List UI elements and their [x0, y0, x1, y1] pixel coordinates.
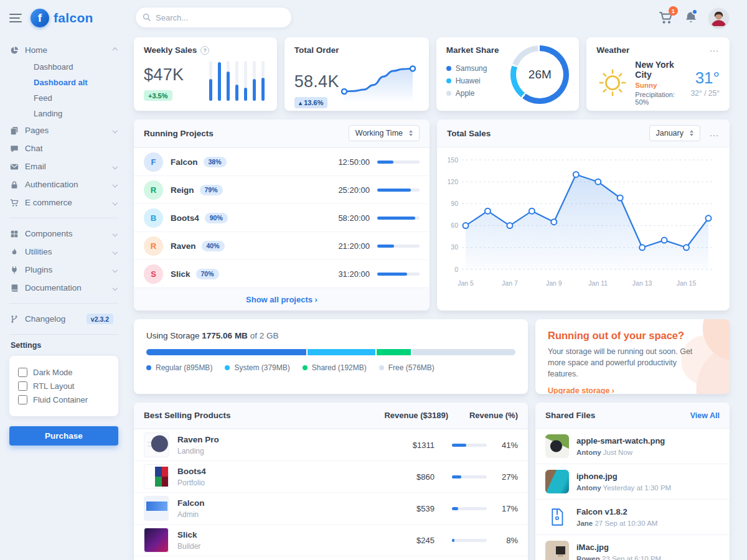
project-row-raven[interactable]: RRaven40%21:20:00 — [134, 231, 430, 259]
sidebar-item-home[interactable]: Home — [9, 41, 118, 59]
sidebar-item-dashboard[interactable]: Dashboard — [9, 59, 118, 75]
project-name: Raven — [171, 241, 196, 251]
cart-icon — [9, 198, 19, 207]
documentation-icon — [9, 284, 19, 292]
project-time: 25:20:00 — [338, 185, 370, 195]
notifications-button[interactable] — [684, 11, 698, 24]
product-revenue: $1311 — [377, 441, 452, 450]
product-row-raven-pro[interactable]: Raven ProLanding$131141% — [134, 429, 528, 460]
chevron-down-icon — [112, 286, 117, 291]
sidebar-item-email[interactable]: Email — [9, 157, 118, 175]
sidebar-item-utilities[interactable]: Utilities — [9, 243, 118, 261]
file-row-apple-smart-watch-png[interactable]: apple-smart-watch.pngAntony Just Now — [535, 429, 730, 464]
svg-text:Jan 15: Jan 15 — [677, 279, 697, 287]
file-name: Falcon v1.8.2 — [576, 507, 627, 516]
cart-button[interactable]: 1 — [659, 11, 673, 25]
fluid-container-checkbox[interactable] — [18, 395, 27, 404]
sidebar-item-label: Email — [25, 162, 108, 171]
brand-logo[interactable]: f falcon — [31, 9, 93, 27]
product-row-boots4[interactable]: Boots4Portfolio$86027% — [134, 460, 528, 492]
file-thumbnail — [545, 505, 569, 529]
sidebar-item-plugins[interactable]: Plugins — [9, 261, 118, 279]
project-pct-badge: 70% — [196, 269, 219, 279]
topbar: 1 — [134, 0, 730, 35]
weather-city: New York City — [635, 60, 684, 80]
sidebar-divider — [9, 334, 118, 335]
file-row-iphone-jpg[interactable]: iphone.jpgAntony Yesterday at 1:30 PM — [535, 464, 730, 499]
sidebar-item-dashboard-alt[interactable]: Dashboard alt — [9, 75, 118, 90]
storage-segment-system-379mb- — [308, 349, 375, 355]
utilities-icon — [9, 248, 19, 256]
view-all-link[interactable]: View All — [690, 411, 720, 420]
hamburger-menu-icon[interactable] — [9, 12, 22, 24]
total-order-sparkline — [339, 61, 419, 108]
running-projects-title: Running Projects — [144, 129, 214, 138]
svg-text:90: 90 — [451, 200, 458, 207]
search-input[interactable] — [135, 7, 292, 28]
file-time: 27 Sep at 10:30 AM — [594, 520, 657, 527]
sidebar-item-feed[interactable]: Feed — [9, 90, 118, 106]
checkbox-fluid-container[interactable]: Fluid Container — [18, 395, 110, 404]
pie-chart-icon — [9, 46, 19, 55]
help-icon[interactable] — [200, 46, 209, 55]
search-icon — [143, 13, 151, 22]
file-owner: Jane — [576, 520, 593, 527]
project-time: 12:50:00 — [338, 157, 370, 167]
project-row-boots4[interactable]: BBoots490%58:20:00 — [134, 203, 430, 231]
project-avatar: S — [144, 264, 163, 284]
product-row-falcon[interactable]: FalconAdmin$53917% — [134, 492, 528, 524]
svg-text:150: 150 — [447, 156, 458, 164]
total-order-title: Total Order — [294, 45, 339, 55]
project-name: Slick — [171, 269, 190, 279]
settings-card: Dark ModeRTL LayoutFluid Container — [9, 356, 118, 416]
sidebar-item-components[interactable]: Components — [9, 225, 118, 243]
revenue-pct-header: Revenue (%) — [448, 411, 518, 420]
sidebar-item-documentation[interactable]: Documentation — [9, 279, 118, 297]
sidebar-item-label: Home — [25, 45, 108, 55]
checkbox-rtl-layout[interactable]: RTL Layout — [18, 381, 110, 391]
dark-mode-checkbox[interactable] — [18, 368, 27, 377]
purchase-button[interactable]: Purchase — [9, 426, 118, 446]
weather-range: 32° / 25° — [691, 89, 720, 98]
project-avatar: R — [144, 236, 163, 256]
user-avatar[interactable] — [709, 8, 728, 27]
product-row-slick[interactable]: SlickBuilder$2458% — [134, 524, 528, 556]
brand-name: falcon — [54, 11, 93, 26]
upgrade-storage-link[interactable]: Upgrade storage › — [548, 386, 614, 394]
more-menu-icon[interactable] — [709, 130, 720, 136]
sidebar-item-landing[interactable]: Landing — [9, 106, 118, 121]
sidebar: f falcon HomeDashboardDashboard altFeedL… — [0, 0, 128, 560]
product-revenue: $245 — [377, 536, 452, 545]
falcon-logo-icon: f — [31, 9, 49, 27]
month-select[interactable]: January — [649, 125, 700, 141]
project-pct-badge: 90% — [205, 213, 228, 223]
sidebar-nav: HomeDashboardDashboard altFeedLandingPag… — [9, 41, 118, 335]
sidebar-item-label: Chat — [25, 144, 118, 153]
working-time-select[interactable]: Working Time — [349, 125, 420, 141]
project-row-reign[interactable]: RReign79%25:20:00 — [134, 175, 430, 203]
rtl-layout-checkbox[interactable] — [18, 381, 27, 391]
file-owner: Rowen — [576, 555, 600, 560]
product-row-partial[interactable] — [134, 556, 528, 560]
chevron-down-icon — [112, 231, 117, 236]
file-row-falcon-v1-8-2[interactable]: Falcon v1.8.2Jane 27 Sep at 10:30 AM — [535, 499, 730, 534]
sidebar-item-label: Changelog — [25, 314, 81, 324]
sidebar-item-chat[interactable]: Chat — [9, 139, 118, 157]
checkbox-dark-mode[interactable]: Dark Mode — [18, 368, 110, 377]
sidebar-item-changelog[interactable]: Changelogv2.3.2 — [9, 310, 118, 328]
sidebar-item-authentication[interactable]: Authentication — [9, 175, 118, 194]
show-all-projects-link[interactable]: Show all projects › — [246, 295, 317, 304]
product-pct: 41% — [487, 441, 518, 450]
project-row-falcon[interactable]: FFalcon38%12:50:00 — [134, 147, 430, 175]
project-avatar: R — [144, 180, 163, 200]
sidebar-item-e-commerce[interactable]: E commerce — [9, 194, 118, 212]
legend-dot — [225, 365, 230, 370]
storage-legend-free-576mb-: Free (576MB) — [379, 363, 435, 372]
mini-bar — [218, 61, 221, 101]
file-row-imac-jpg[interactable]: iMac.jpgRowen 23 Sep at 6:10 PM — [535, 534, 730, 560]
storage-card: Using Storage 1775.06 MB of 2 GB Regular… — [134, 319, 528, 394]
sidebar-item-pages[interactable]: Pages — [9, 121, 118, 139]
svg-text:60: 60 — [451, 222, 458, 229]
more-menu-icon[interactable] — [709, 45, 720, 52]
project-row-slick[interactable]: SSlick70%31:20:00 — [134, 259, 430, 287]
